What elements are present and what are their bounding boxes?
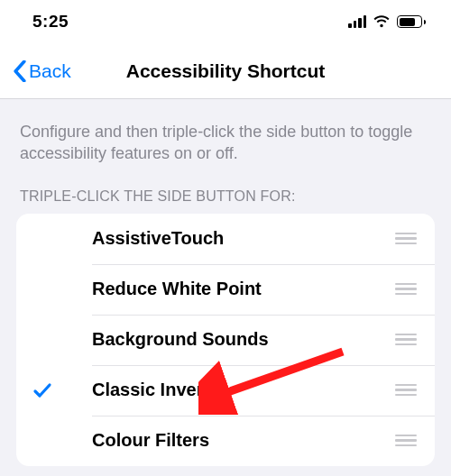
drag-handle-icon[interactable] xyxy=(395,283,420,296)
back-label: Back xyxy=(29,60,71,82)
drag-handle-icon[interactable] xyxy=(395,334,420,346)
options-list: AssistiveTouch Reduce White Point Backgr… xyxy=(16,214,435,466)
battery-icon xyxy=(397,15,426,28)
nav-bar: Back Accessibility Shortcut xyxy=(0,43,451,99)
status-bar: 5:25 xyxy=(0,0,451,43)
option-label: AssistiveTouch xyxy=(69,228,395,249)
drag-handle-icon[interactable] xyxy=(395,384,420,397)
checkmark-icon xyxy=(32,380,52,400)
wifi-icon xyxy=(373,15,391,28)
screen: 5:25 Back Accessibility Shortcut Configu… xyxy=(0,0,451,476)
option-row-colour-filters[interactable]: Colour Filters xyxy=(16,416,435,466)
option-label: Colour Filters xyxy=(69,430,395,451)
checkmark-slot xyxy=(16,380,69,400)
drag-handle-icon[interactable] xyxy=(395,233,420,245)
option-row-reduce-white-point[interactable]: Reduce White Point xyxy=(16,264,435,315)
option-label: Reduce White Point xyxy=(69,279,395,299)
option-row-assistivetouch[interactable]: AssistiveTouch xyxy=(16,214,435,264)
option-label: Background Sounds xyxy=(69,329,395,350)
option-label: Classic Invert xyxy=(69,380,395,400)
status-time: 5:25 xyxy=(32,12,69,32)
page-title: Accessibility Shortcut xyxy=(126,60,326,82)
status-right xyxy=(348,15,426,28)
section-description: Configure and then triple-click the side… xyxy=(0,99,451,165)
option-row-background-sounds[interactable]: Background Sounds xyxy=(16,315,435,365)
option-row-classic-invert[interactable]: Classic Invert xyxy=(16,365,435,416)
drag-handle-icon[interactable] xyxy=(395,435,420,447)
cellular-icon xyxy=(348,15,366,28)
chevron-left-icon xyxy=(13,60,27,82)
back-button[interactable]: Back xyxy=(13,60,71,82)
section-header: TRIPLE-CLICK THE SIDE BUTTON FOR: xyxy=(0,165,451,214)
